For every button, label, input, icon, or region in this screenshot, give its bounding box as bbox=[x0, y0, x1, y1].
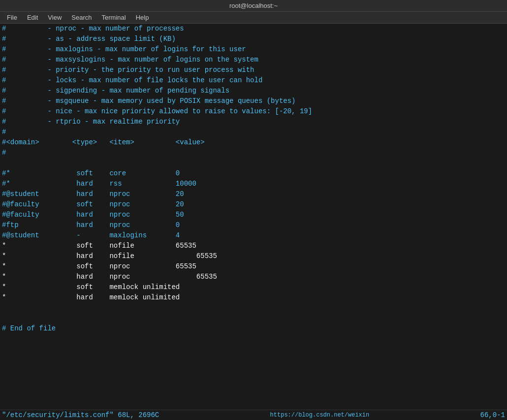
editor-area: # - nproc - max number of processes# - a… bbox=[0, 24, 507, 410]
editor-line: # bbox=[2, 148, 505, 158]
editor-line: #@faculty hard nproc 50 bbox=[2, 210, 505, 220]
editor-line: # - locks - max number of file locks the… bbox=[2, 75, 505, 86]
editor-line: #@student - maxlogins 4 bbox=[2, 230, 505, 241]
editor-line: # - nice - max nice priority allowed to … bbox=[2, 106, 505, 117]
editor-line: * hard memlock unlimited bbox=[2, 292, 505, 303]
editor-line: # bbox=[2, 127, 505, 137]
editor-line: # End of file bbox=[2, 323, 505, 334]
status-url: https://blog.csdn.net/weixin bbox=[270, 412, 370, 419]
content-area[interactable]: # - nproc - max number of processes# - a… bbox=[0, 24, 507, 410]
title-text: root@localhost:~ bbox=[229, 2, 278, 9]
editor-line: #<domain> <type> <item> <value> bbox=[2, 137, 505, 148]
title-bar: root@localhost:~ bbox=[0, 0, 507, 12]
blank-line bbox=[2, 158, 505, 168]
editor-line: #@faculty soft nproc 20 bbox=[2, 199, 505, 210]
editor-line: # - msgqueue - max memory used by POSIX … bbox=[2, 96, 505, 106]
editor-line: #@student hard nproc 20 bbox=[2, 189, 505, 199]
editor-line: # - rtprio - max realtime priority bbox=[2, 117, 505, 127]
menu-terminal[interactable]: Terminal bbox=[97, 13, 131, 22]
status-left: "/etc/security/limits.conf" 68L, 2696C bbox=[2, 411, 159, 419]
editor-line: # - priority - the priority to run user … bbox=[2, 65, 505, 75]
blank-line bbox=[2, 303, 505, 313]
editor-line: * soft nofile 65535 bbox=[2, 241, 505, 251]
editor-line: #* soft core 0 bbox=[2, 168, 505, 179]
editor-line: #* hard rss 10000 bbox=[2, 179, 505, 189]
editor-line: * hard nproc 65535 bbox=[2, 272, 505, 282]
menu-bar: File Edit View Search Terminal Help bbox=[0, 12, 507, 24]
editor-line: * soft nproc 65535 bbox=[2, 261, 505, 272]
editor-line: #ftp hard nproc 0 bbox=[2, 220, 505, 230]
blank-line bbox=[2, 313, 505, 323]
menu-file[interactable]: File bbox=[2, 13, 22, 22]
status-bar: "/etc/security/limits.conf" 68L, 2696C h… bbox=[0, 410, 507, 420]
editor-line: # - maxlogins - max number of logins for… bbox=[2, 44, 505, 55]
editor-line: # - sigpending - max number of pending s… bbox=[2, 86, 505, 96]
menu-help[interactable]: Help bbox=[131, 13, 154, 22]
menu-edit[interactable]: Edit bbox=[22, 13, 43, 22]
editor-line: * hard nofile 65535 bbox=[2, 251, 505, 261]
menu-view[interactable]: View bbox=[43, 13, 66, 22]
editor-line: # - nproc - max number of processes bbox=[2, 24, 505, 34]
status-right: 66,0-1 bbox=[480, 411, 505, 419]
editor-line: # - as - address space limit (KB) bbox=[2, 34, 505, 44]
editor-line: * soft memlock unlimited bbox=[2, 282, 505, 292]
menu-search[interactable]: Search bbox=[66, 13, 96, 22]
editor-line: # - maxsyslogins - max number of logins … bbox=[2, 55, 505, 65]
